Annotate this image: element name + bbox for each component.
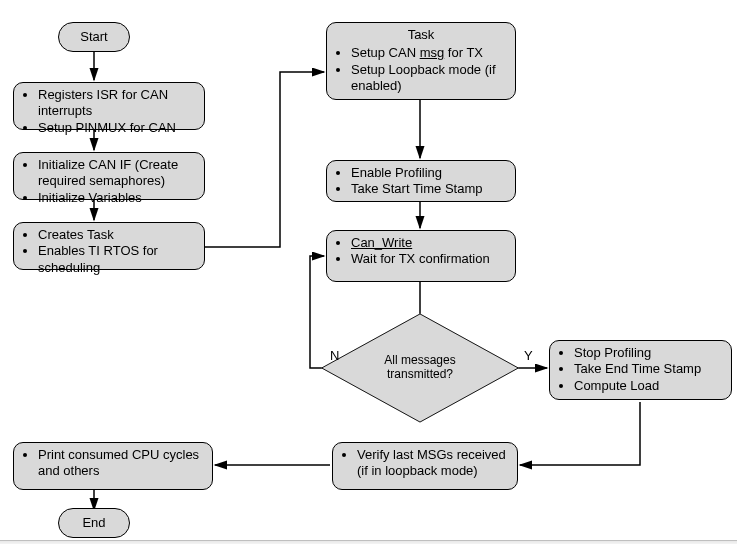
n4-item2: Take Start Time Stamp bbox=[351, 181, 507, 197]
n8-item1: Print consumed CPU cycles and others bbox=[38, 447, 204, 480]
label-yes: Y bbox=[524, 348, 533, 363]
n3-item1: Creates Task bbox=[38, 227, 196, 243]
node-all-messages-decision: All messages transmitted? bbox=[350, 298, 490, 438]
n6-item1: Stop Profiling bbox=[574, 345, 723, 361]
n6-item2: Take End Time Stamp bbox=[574, 361, 723, 377]
node-verify-msgs: Verify last MSGs received (if in loopbac… bbox=[332, 442, 518, 490]
task-item2: Setup Loopback mode (if enabled) bbox=[351, 62, 507, 95]
n7-item1: Verify last MSGs received (if in loopbac… bbox=[357, 447, 509, 480]
n1-item1: Registers ISR for CAN interrupts bbox=[38, 87, 196, 120]
task-title: Task bbox=[335, 27, 507, 43]
node-end: End bbox=[58, 508, 130, 538]
node-stop-profiling: Stop Profiling Take End Time Stamp Compu… bbox=[549, 340, 732, 400]
start-label: Start bbox=[80, 29, 107, 45]
n6-item3: Compute Load bbox=[574, 378, 723, 394]
node-print-results: Print consumed CPU cycles and others bbox=[13, 442, 213, 490]
node-init-can: Initialize CAN IF (Create required semap… bbox=[13, 152, 205, 200]
n3-item2: Enables TI RTOS for scheduling bbox=[38, 243, 196, 276]
n1-item2: Setup PINMUX for CAN bbox=[38, 120, 196, 136]
node-can-write: Can_Write Wait for TX confirmation bbox=[326, 230, 516, 282]
d1-text1: All messages bbox=[354, 354, 486, 368]
n4-item1: Enable Profiling bbox=[351, 165, 507, 181]
d1-text2: transmitted? bbox=[354, 368, 486, 382]
task-item1: Setup CAN msg for TX bbox=[351, 45, 507, 61]
node-start: Start bbox=[58, 22, 130, 52]
n5-item2: Wait for TX confirmation bbox=[351, 251, 507, 267]
n5-item1: Can_Write bbox=[351, 235, 507, 251]
node-create-task: Creates Task Enables TI RTOS for schedul… bbox=[13, 222, 205, 270]
end-label: End bbox=[82, 515, 105, 531]
node-task: Task Setup CAN msg for TX Setup Loopback… bbox=[326, 22, 516, 100]
node-enable-profiling: Enable Profiling Take Start Time Stamp bbox=[326, 160, 516, 202]
label-no: N bbox=[330, 348, 339, 363]
node-register-isr: Registers ISR for CAN interrupts Setup P… bbox=[13, 82, 205, 130]
n2-item2: Initialize Variables bbox=[38, 190, 196, 206]
n2-item1: Initialize CAN IF (Create required semap… bbox=[38, 157, 196, 190]
